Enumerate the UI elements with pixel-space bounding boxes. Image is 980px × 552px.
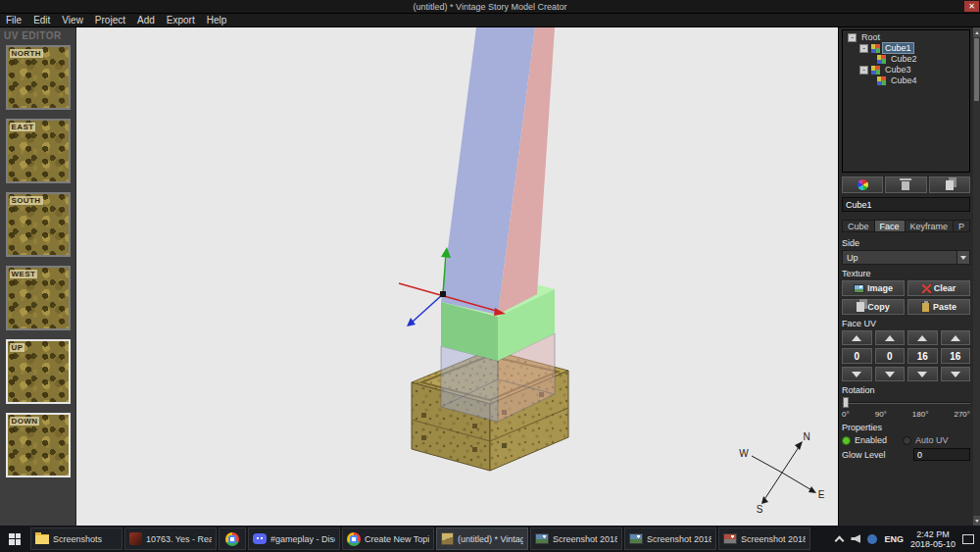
taskbar-item-screenshot-3[interactable]: Screenshot 2018-... [718, 527, 810, 550]
texture-image-button[interactable]: Image [842, 280, 905, 296]
uv-face-label: NORTH [10, 49, 43, 58]
texture-copy-button[interactable]: Copy [842, 299, 905, 315]
taskbar-item-label: Screenshot 2018-... [553, 534, 617, 544]
taskbar-item-screenshot-1[interactable]: Screenshot 2018-... [530, 527, 622, 550]
auto-uv-radio[interactable] [903, 436, 911, 445]
menu-project[interactable]: Project [89, 14, 131, 27]
uv-face-east[interactable]: EAST [6, 119, 71, 183]
scroll-up-icon[interactable] [973, 27, 980, 37]
tab-keyframe[interactable]: Keyframe [905, 220, 954, 232]
taskbar-item-screenshots[interactable]: Screenshots [30, 527, 122, 550]
collapse-icon[interactable] [859, 44, 868, 53]
start-button[interactable] [0, 526, 29, 552]
taskbar-item-label: Create New Topic... [365, 534, 429, 544]
uv-face-label: SOUTH [10, 196, 43, 205]
taskbar-item-create-topic[interactable]: Create New Topic... [342, 527, 434, 550]
rotation-slider[interactable] [842, 397, 970, 408]
scroll-down-icon[interactable] [973, 516, 980, 526]
uv-face-label: EAST [10, 123, 36, 131]
duplicate-cube-button[interactable] [929, 176, 970, 193]
tree-node-cube1[interactable]: Cube1 [844, 43, 968, 53]
menu-edit[interactable]: Edit [27, 14, 56, 27]
tree-node-cube3[interactable]: Cube3 [844, 65, 968, 75]
cube-name-input[interactable] [842, 197, 970, 212]
taskbar-item-label: (untitled) * Vintag... [458, 534, 523, 544]
network-icon[interactable] [867, 534, 877, 544]
menu-export[interactable]: Export [161, 14, 201, 27]
color-picker-button[interactable] [842, 176, 883, 193]
panel-scrollbar[interactable] [973, 27, 980, 526]
system-tray: ENG 2:42 PM 2018-05-10 [829, 526, 980, 552]
uv-increase-button-2[interactable] [875, 330, 906, 345]
up-arrow-icon [917, 335, 927, 341]
uv-increase-button-3[interactable] [907, 330, 938, 345]
clock[interactable]: 2:42 PM 2018-05-10 [910, 529, 956, 549]
taskbar-item-screenshot-2[interactable]: Screenshot 2018-... [624, 527, 716, 550]
menu-help[interactable]: Help [201, 14, 233, 27]
compass-east-label: E [818, 489, 825, 500]
tree-node-label: Cube1 [883, 43, 913, 53]
tab-cube[interactable]: Cube [842, 220, 874, 232]
windows-logo-icon [9, 533, 21, 545]
action-center-icon[interactable] [962, 534, 974, 544]
texture-label: Texture [842, 269, 970, 278]
cube-column-model[interactable] [441, 27, 555, 315]
tab-face[interactable]: Face [874, 220, 905, 232]
side-select-value: Up [847, 253, 858, 263]
volume-icon[interactable] [851, 534, 860, 543]
uv-increase-button-4[interactable] [941, 330, 971, 345]
scrollbar-thumb[interactable] [974, 38, 979, 101]
rotation-tick-180: 180° [912, 410, 929, 419]
collapse-icon[interactable] [848, 33, 857, 42]
inspector-panel: Root Cube1 Cube2 Cube3 [838, 27, 973, 526]
compass: N E S W [739, 431, 824, 515]
uv-face-west[interactable]: WEST [6, 266, 71, 330]
menu-view[interactable]: View [56, 14, 89, 27]
taskbar-item-label: Screenshot 2018-... [741, 534, 806, 544]
uv-face-down[interactable]: DOWN [6, 413, 71, 477]
tray-expand-icon[interactable] [835, 534, 844, 543]
clear-x-icon [922, 284, 931, 293]
uv-face-up[interactable]: UP [6, 339, 71, 404]
tree-node-root[interactable]: Root [844, 32, 968, 42]
uv-decrease-button-4[interactable] [941, 367, 971, 381]
uv-face-north[interactable]: NORTH [6, 45, 71, 110]
delete-cube-button[interactable] [885, 176, 926, 193]
collapse-icon[interactable] [859, 66, 868, 75]
face-uv-label: Face UV [842, 319, 970, 328]
uv-decrease-button-3[interactable] [907, 367, 938, 381]
image-icon [723, 533, 737, 544]
language-indicator[interactable]: ENG [884, 534, 904, 544]
chrome-icon [225, 532, 239, 546]
up-arrow-icon [852, 335, 861, 341]
uv-editor-title: UV EDITOR [0, 27, 75, 45]
close-button[interactable]: ✕ [964, 1, 979, 12]
menubar: File Edit View Project Add Export Help [0, 14, 980, 27]
taskbar-item-discord[interactable]: #gameplay - Disc... [248, 527, 340, 550]
uv-value-x1: 0 [842, 348, 872, 364]
taskbar-item-model-creator[interactable]: (untitled) * Vintag... [436, 527, 528, 550]
taskbar-item-10763[interactable]: 10763. Yes - Real L... [124, 527, 217, 550]
uv-face-south[interactable]: SOUTH [6, 192, 71, 257]
rotation-slider-thumb[interactable] [843, 397, 849, 408]
viewport-3d[interactable]: N E S W [76, 27, 838, 526]
uv-increase-button-1[interactable] [842, 330, 872, 345]
tree-node-cube4[interactable]: Cube4 [844, 75, 968, 85]
texture-paste-button[interactable]: Paste [907, 299, 970, 315]
tab-particle[interactable]: P [953, 220, 970, 232]
trash-icon [902, 181, 909, 190]
uv-value-y1: 0 [875, 348, 906, 364]
taskbar-item-chrome[interactable] [219, 527, 246, 550]
glow-level-input[interactable] [913, 448, 970, 461]
uv-decrease-button-1[interactable] [842, 367, 872, 381]
down-arrow-icon [917, 372, 927, 377]
uv-decrease-button-2[interactable] [875, 367, 906, 381]
menu-add[interactable]: Add [131, 14, 161, 27]
folder-icon [35, 534, 49, 544]
cube-icon [871, 66, 880, 75]
enabled-radio[interactable] [842, 436, 851, 445]
menu-file[interactable]: File [0, 14, 27, 27]
side-select[interactable]: Up [842, 250, 970, 265]
texture-clear-button[interactable]: Clear [907, 280, 970, 296]
tree-node-cube2[interactable]: Cube2 [844, 54, 968, 64]
